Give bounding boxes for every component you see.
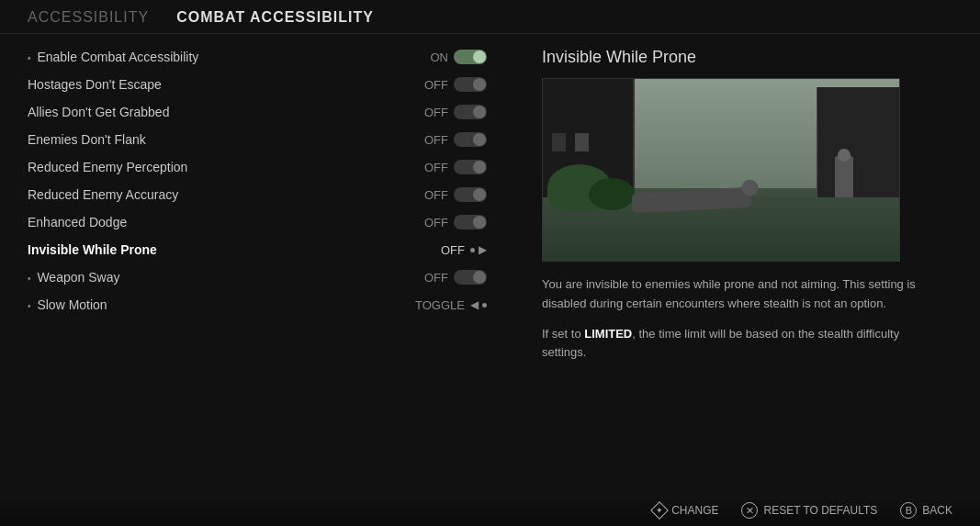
figure-head xyxy=(838,149,850,162)
toggle-switch[interactable] xyxy=(454,132,487,147)
prone-head xyxy=(741,179,759,196)
toggle-knob xyxy=(473,78,486,91)
tab-combat-accessibility[interactable]: COMBAT ACCESSIBILITY xyxy=(176,9,374,26)
change-icon-inner: ✦ xyxy=(656,506,663,515)
detail-description: You are invisible to enemies while prone… xyxy=(542,275,928,314)
setting-enemy-perception[interactable]: Reduced Enemy Perception OFF xyxy=(18,153,496,181)
dot-indicator xyxy=(470,248,475,252)
setting-label: Hostages Don't Escape xyxy=(28,77,162,92)
setting-value-container: OFF xyxy=(424,187,487,202)
toggle-knob xyxy=(473,106,486,118)
setting-value: ON xyxy=(431,50,449,64)
toggle-switch[interactable] xyxy=(454,77,487,92)
setting-value: OFF xyxy=(424,216,448,229)
bottom-bar: ✦ CHANGE ✕ RESET TO DEFAULTS B BACK xyxy=(0,495,980,526)
toggle-switch[interactable] xyxy=(454,270,487,285)
arrow-right-icon[interactable]: ▶ xyxy=(479,243,487,256)
setting-value-container: OFF ▶ xyxy=(441,243,487,257)
setting-weapon-sway[interactable]: • Weapon Sway OFF xyxy=(18,263,496,291)
toggle-knob xyxy=(473,50,486,63)
setting-value: OFF xyxy=(424,188,448,202)
scene xyxy=(543,79,899,261)
toggle-switch[interactable] xyxy=(454,215,487,229)
setting-label: Invisible While Prone xyxy=(28,242,157,257)
detail-image xyxy=(542,78,900,262)
detail-keyword: LIMITED xyxy=(584,327,632,341)
toggle-switch[interactable] xyxy=(454,50,487,64)
settings-list: • Enable Combat Accessibility ON Hostage… xyxy=(0,34,514,473)
setting-enhanced-dodge[interactable]: Enhanced Dodge OFF xyxy=(18,208,496,236)
setting-value-container: OFF xyxy=(424,105,487,119)
arrow-controls: ◀ xyxy=(470,298,487,311)
setting-value-container: OFF xyxy=(424,160,487,174)
change-action[interactable]: ✦ CHANGE xyxy=(653,504,718,517)
scene-window xyxy=(552,133,566,151)
detail-title: Invisible While Prone xyxy=(542,48,952,67)
setting-value: OFF xyxy=(424,78,448,92)
bullet-icon: • xyxy=(28,274,31,284)
toggle-switch[interactable] xyxy=(454,105,487,119)
setting-label: • Enable Combat Accessibility xyxy=(28,50,198,64)
setting-value: OFF xyxy=(424,106,448,119)
back-icon: B xyxy=(900,502,917,519)
setting-label: • Slow Motion xyxy=(28,297,107,312)
setting-value: OFF xyxy=(441,243,465,257)
toggle-knob xyxy=(473,216,486,229)
setting-value-container: OFF xyxy=(424,77,487,92)
setting-label: • Weapon Sway xyxy=(28,270,119,285)
reset-action[interactable]: ✕ RESET TO DEFAULTS xyxy=(741,502,877,519)
dot-indicator xyxy=(482,303,487,308)
setting-hostages[interactable]: Hostages Don't Escape OFF xyxy=(18,71,496,98)
setting-value-container: TOGGLE ◀ xyxy=(415,298,487,312)
main-content: • Enable Combat Accessibility ON Hostage… xyxy=(0,34,980,473)
setting-enemies-flank[interactable]: Enemies Don't Flank OFF xyxy=(18,126,496,153)
toggle-switch[interactable] xyxy=(454,160,487,174)
bullet-icon: • xyxy=(28,301,31,311)
setting-value: OFF xyxy=(424,161,448,174)
setting-invisible-prone[interactable]: Invisible While Prone OFF ▶ xyxy=(18,236,496,263)
setting-label: Allies Don't Get Grabbed xyxy=(28,105,169,119)
setting-value-container: OFF xyxy=(424,132,487,147)
scene-foliage-2 xyxy=(589,178,635,210)
arrow-controls: ▶ xyxy=(470,243,487,256)
scene-building-right xyxy=(817,87,899,207)
setting-value-container: OFF xyxy=(424,215,487,229)
setting-label: Reduced Enemy Accuracy xyxy=(28,187,178,202)
setting-label: Enhanced Dodge xyxy=(28,215,127,229)
header: ACCESSIBILITY COMBAT ACCESSIBILITY xyxy=(0,0,980,34)
toggle-knob xyxy=(473,133,486,146)
change-icon: ✦ xyxy=(650,501,669,520)
setting-value: TOGGLE xyxy=(415,298,465,312)
back-label: BACK xyxy=(922,504,952,517)
back-action[interactable]: B BACK xyxy=(900,502,952,519)
tab-accessibility[interactable]: ACCESSIBILITY xyxy=(28,9,149,26)
arrow-left-icon[interactable]: ◀ xyxy=(470,298,479,311)
detail-description-2: If set to LIMITED, the time limit will b… xyxy=(542,325,928,364)
toggle-switch[interactable] xyxy=(454,187,487,202)
setting-enable-combat[interactable]: • Enable Combat Accessibility ON xyxy=(18,43,496,71)
change-label: CHANGE xyxy=(671,504,718,517)
scene-window xyxy=(575,133,589,151)
toggle-knob xyxy=(473,188,486,201)
reset-label: RESET TO DEFAULTS xyxy=(763,504,877,517)
setting-value-container: OFF xyxy=(424,270,487,285)
setting-value: OFF xyxy=(424,133,448,147)
setting-label: Reduced Enemy Perception xyxy=(28,160,187,174)
detail-panel: Invisible While Prone xyxy=(514,34,980,473)
setting-allies[interactable]: Allies Don't Get Grabbed OFF xyxy=(18,98,496,126)
toggle-knob xyxy=(473,271,486,284)
setting-value: OFF xyxy=(424,271,448,285)
toggle-knob xyxy=(473,161,486,173)
bullet-icon: • xyxy=(28,53,31,63)
setting-label: Enemies Don't Flank xyxy=(28,132,146,147)
setting-value-container: ON xyxy=(431,50,488,64)
reset-icon: ✕ xyxy=(741,502,758,519)
setting-enemy-accuracy[interactable]: Reduced Enemy Accuracy OFF xyxy=(18,181,496,208)
setting-slow-motion[interactable]: • Slow Motion TOGGLE ◀ xyxy=(18,291,496,319)
